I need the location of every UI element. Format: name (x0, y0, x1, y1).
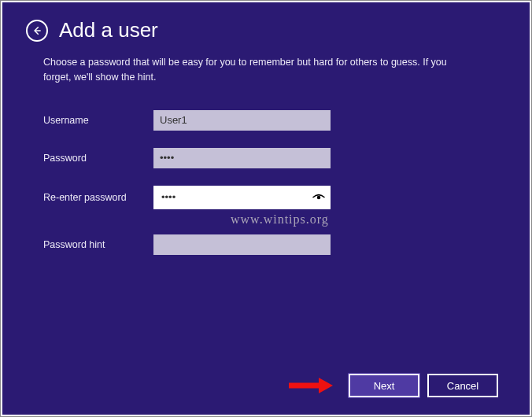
page-subtitle: Choose a password that will be easy for … (43, 55, 453, 85)
red-arrow-annotation (287, 377, 333, 394)
row-password: Password (43, 148, 490, 168)
reenter-password-input[interactable] (153, 186, 331, 209)
footer-buttons: Next Cancel (287, 374, 498, 397)
row-password-hint: Password hint (43, 234, 490, 255)
screenshot-frame: Add a user Choose a password that will b… (0, 0, 532, 417)
svg-marker-3 (319, 378, 333, 393)
back-button[interactable] (26, 20, 48, 42)
eye-icon (312, 193, 326, 202)
watermark-text: www.wintips.org (231, 212, 329, 227)
arrow-left-icon (31, 25, 42, 36)
password-input[interactable] (153, 148, 331, 168)
reenter-password-label: Re-enter password (43, 192, 153, 203)
next-button[interactable]: Next (349, 374, 419, 397)
add-user-window: Add a user Choose a password that will b… (2, 2, 530, 415)
header: Add a user (26, 18, 490, 42)
add-user-form: Username Password Re-enter password (43, 110, 490, 255)
username-input[interactable] (153, 110, 331, 131)
password-hint-input[interactable] (153, 234, 331, 255)
row-reenter-password: Re-enter password www.wintips.org (43, 186, 490, 209)
svg-point-1 (317, 195, 321, 199)
cancel-button[interactable]: Cancel (427, 374, 498, 397)
page-title: Add a user (59, 18, 158, 42)
username-label: Username (43, 115, 153, 126)
password-hint-label: Password hint (43, 239, 153, 250)
password-label: Password (43, 153, 153, 164)
row-username: Username (43, 110, 490, 131)
reveal-password-button[interactable] (312, 193, 326, 202)
